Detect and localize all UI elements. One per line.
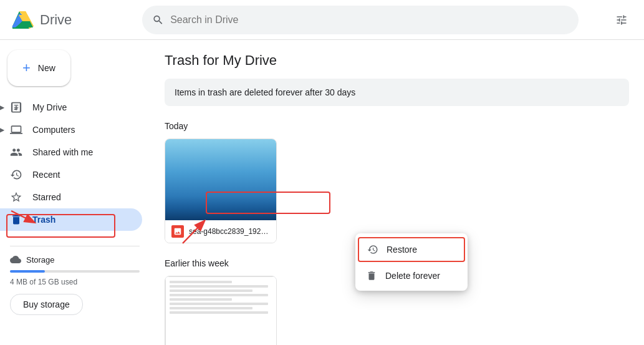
doc-line [170,303,268,305]
restore-label: Restore [387,245,417,255]
file-name-sea: sea-g48bcc2839_1920.... [189,227,270,236]
file-thumbnail-sea [165,139,277,220]
expand-arrow-icon: ▶ [0,103,4,112]
context-menu-delete-forever[interactable]: Delete forever [355,263,468,288]
doc-line [170,294,268,296]
today-section-label: Today [165,121,629,131]
sidebar-item-my-drive[interactable]: ▶ My Drive [0,96,142,119]
context-menu-restore[interactable]: Restore [358,237,465,262]
storage-bar-fill [10,270,45,273]
info-banner: Items in trash are deleted forever after… [165,79,629,106]
file-info-sea: sea-g48bcc2839_1920.... [165,220,276,243]
sidebar-item-trash[interactable]: Trash [0,208,142,231]
sliders-icon [615,14,628,26]
my-drive-label: My Drive [32,102,67,112]
starred-icon [10,191,22,203]
trash-icon [10,213,22,226]
doc-line [170,307,252,309]
doc-thumb [165,276,277,345]
logo-area: Drive [10,7,135,32]
file-thumbnail-doc [165,276,277,345]
trash-label: Trash [32,215,55,225]
doc-line [170,281,232,283]
doc-lines [170,281,273,314]
delete-forever-label: Delete forever [385,271,440,281]
new-button-label: New [38,63,55,73]
page-title: Trash for My Drive [165,52,629,69]
header-actions [609,7,634,32]
sidebar-item-shared[interactable]: Shared with me [0,141,142,163]
sidebar-item-computers[interactable]: ▶ Computers [0,119,142,141]
buy-storage-button[interactable]: Buy storage [10,294,83,315]
google-drive-logo [10,7,35,32]
info-banner-text: Items in trash are deleted forever after… [175,87,355,97]
doc-line [170,289,252,292]
sidebar-item-recent[interactable]: Recent [0,163,142,186]
delete-forever-icon [365,270,378,282]
computers-label: Computers [32,125,75,135]
app-logo-text: Drive [40,12,72,28]
filter-icon-button[interactable] [609,7,634,32]
file-card-sea[interactable]: sea-g48bcc2839_1920.... [165,138,277,243]
search-input[interactable] [170,14,569,26]
file-card-doc[interactable] [165,276,277,345]
new-button[interactable]: + New [7,50,70,86]
sidebar-item-starred[interactable]: Starred [0,186,142,208]
computers-icon [10,124,22,136]
cloud-storage-icon [10,254,21,265]
doc-line [170,298,232,301]
my-drive-icon [10,101,22,114]
restore-icon [367,243,379,256]
app-container: Drive + New ▶ [0,0,644,345]
search-icon [152,14,164,26]
image-type-icon [171,225,184,238]
context-menu: Restore Delete forever [355,233,468,291]
today-files-grid: sea-g48bcc2839_1920.... [165,138,629,243]
storage-section: Storage 4 MB of 15 GB used Buy storage [0,236,150,320]
starred-label: Starred [32,192,61,202]
recent-icon [10,168,22,181]
sky-image [165,139,277,220]
shared-label: Shared with me [32,147,93,157]
content-area: Trash for My Drive Items in trash are de… [150,40,644,345]
expand-arrow-computers-icon: ▶ [0,125,4,134]
recent-label: Recent [32,170,60,180]
plus-icon: + [22,60,31,76]
main-layout: + New ▶ My Drive ▶ Computers [0,40,644,345]
shared-icon [10,146,22,158]
sidebar: + New ▶ My Drive ▶ Computers [0,40,150,345]
search-bar[interactable] [142,6,579,34]
doc-line [170,311,268,314]
storage-used-text: 4 MB of 15 GB used [10,278,140,286]
header: Drive [0,0,644,40]
doc-line [170,285,268,288]
storage-label: Storage [26,255,55,265]
storage-bar-background [10,270,140,273]
